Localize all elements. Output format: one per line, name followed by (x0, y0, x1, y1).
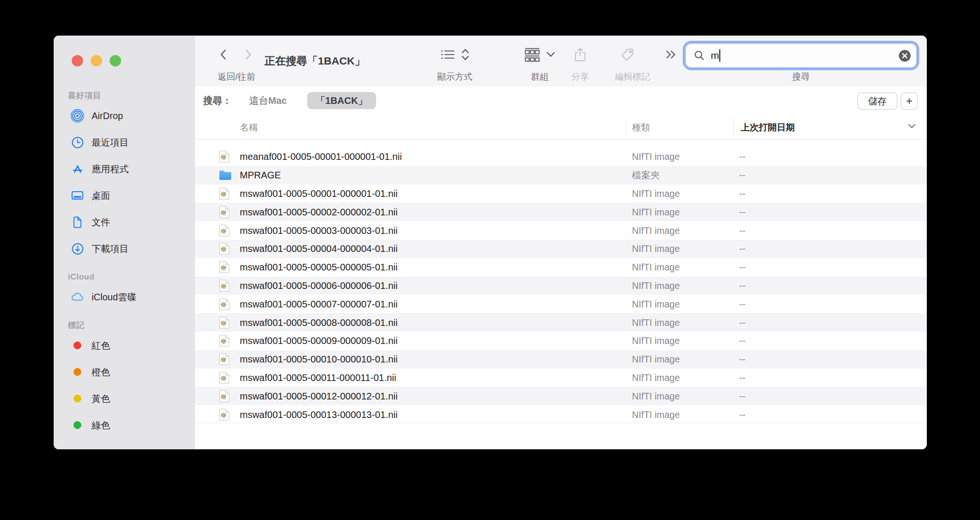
sidebar-item[interactable]: AirDrop (54, 102, 194, 129)
file-last-opened: -- (739, 151, 745, 162)
file-last-opened: -- (739, 335, 745, 346)
back-button[interactable] (217, 47, 229, 64)
file-name: mswaf001-0005-00013-000013-01.nii (240, 409, 397, 420)
file-last-opened: -- (739, 317, 745, 328)
add-criteria-button[interactable]: + (901, 93, 918, 110)
nifti-file-icon (219, 408, 230, 421)
scope-1back-selected[interactable]: 「1BACK」 (307, 92, 376, 109)
nifti-file-icon (219, 316, 230, 329)
file-row[interactable]: mswaf001-0005-00002-000002-01.niiNIfTI i… (195, 203, 927, 221)
minimize-button[interactable] (91, 55, 102, 66)
file-row[interactable]: mswaf001-0005-00009-000009-01.niiNIfTI i… (195, 332, 927, 350)
desktop-icon (70, 188, 85, 203)
file-kind: NIfTI image (632, 262, 680, 273)
main-area: 返回/往前 正在搜尋「1BACK」 顯示方式 群組 分享 編輯標記 m 搜尋 搜… (195, 36, 927, 449)
sidebar-item-label: 紅色 (85, 339, 110, 352)
file-row[interactable]: MPRAGE檔案夾-- (195, 166, 927, 185)
column-separator[interactable] (626, 119, 626, 136)
column-header-name[interactable]: 名稱 (240, 121, 258, 134)
list-view-icon[interactable] (440, 47, 455, 64)
file-last-opened: -- (739, 372, 745, 383)
file-row[interactable]: mswaf001-0005-00013-000013-01.niiNIfTI i… (195, 405, 927, 423)
file-row[interactable]: mswaf001-0005-00008-000008-01.niiNIfTI i… (195, 313, 927, 332)
sidebar-item[interactable]: 紅色 (54, 332, 194, 359)
search-input[interactable]: m (685, 43, 917, 68)
sidebar-item[interactable]: 下載項目 (54, 235, 194, 262)
nifti-file-icon (219, 187, 230, 200)
scope-prefix-label: 搜尋： (203, 94, 232, 107)
sidebar-item[interactable]: 橙色 (54, 359, 194, 385)
file-name: MPRAGE (240, 170, 281, 181)
sidebar-item-label: 黃色 (85, 392, 110, 405)
sidebar-item[interactable]: 文件 (54, 209, 194, 235)
sidebar-section-title: 喜好項目 (54, 89, 194, 102)
sidebar-item-label: 橙色 (85, 366, 110, 379)
file-row[interactable]: mswaf001-0005-00006-000006-01.niiNIfTI i… (195, 277, 927, 295)
sidebar-item[interactable]: iCloud雲碟 (54, 284, 194, 310)
tag-red-icon (70, 338, 85, 353)
file-row[interactable]: mswaf001-0005-00003-000003-01.niiNIfTI i… (195, 221, 927, 240)
search-scope-bar: 搜尋： 這台Mac 「1BACK」 儲存 + (195, 86, 927, 116)
sidebar-section-gap (54, 262, 194, 270)
column-separator[interactable] (733, 119, 734, 136)
file-name: mswaf001-0005-00002-000002-01.nii (240, 206, 397, 217)
clock-icon (70, 135, 85, 149)
close-button[interactable] (72, 55, 83, 66)
file-list: meanaf001-0005-00001-000001-01.niiNIfTI … (195, 148, 927, 423)
nifti-file-icon (219, 297, 230, 311)
file-name: mswaf001-0005-00003-000003-01.nii (240, 225, 397, 236)
file-last-opened: -- (739, 225, 745, 236)
nifti-file-icon (219, 150, 230, 163)
group-chevron-down-icon[interactable] (546, 51, 556, 60)
download-icon (70, 241, 85, 256)
sort-direction-chevron-icon[interactable] (907, 122, 917, 132)
scope-this-mac[interactable]: 這台Mac (249, 94, 287, 107)
file-row[interactable]: mswaf001-0005-00004-000004-01.niiNIfTI i… (195, 240, 927, 258)
file-last-opened: -- (739, 262, 745, 273)
file-row[interactable]: mswaf001-0005-00007-000007-01.niiNIfTI i… (195, 295, 927, 313)
view-label: 顯示方式 (437, 71, 472, 83)
file-name: mswaf001-0005-00006-000006-01.nii (240, 280, 397, 291)
file-row[interactable]: mswaf001-0005-00001-000001-01.niiNIfTI i… (195, 185, 927, 203)
file-name: mswaf001-0005-00005-000005-01.nii (240, 262, 397, 273)
appstore-icon (70, 162, 85, 176)
file-row[interactable]: mswaf001-0005-00010-000010-01.niiNIfTI i… (195, 350, 927, 369)
tag-icon (620, 47, 635, 64)
file-last-opened: -- (739, 170, 745, 181)
file-kind: NIfTI image (632, 354, 680, 365)
more-toolbar-items-icon[interactable] (665, 48, 677, 63)
file-name: mswaf001-0005-00012-000012-01.nii (240, 390, 397, 401)
file-kind: NIfTI image (632, 335, 680, 346)
sidebar-item[interactable]: 黃色 (54, 385, 194, 412)
file-last-opened: -- (739, 354, 745, 365)
sidebar-item[interactable]: 應用程式 (54, 156, 194, 182)
save-search-button[interactable]: 儲存 (858, 93, 897, 110)
sidebar: 喜好項目AirDrop最近項目應用程式桌面文件下載項目iCloudiCloud雲… (54, 36, 195, 449)
file-row[interactable]: mswaf001-0005-00005-000005-01.niiNIfTI i… (195, 258, 927, 277)
nifti-file-icon (219, 224, 230, 237)
group-icon[interactable] (524, 47, 540, 64)
search-value: m (711, 50, 719, 61)
file-row[interactable]: mswaf001-0005-00012-000012-01.niiNIfTI i… (195, 387, 927, 405)
column-header-kind[interactable]: 種類 (632, 121, 650, 134)
toolbar: 返回/往前 正在搜尋「1BACK」 顯示方式 群組 分享 編輯標記 m 搜尋 (195, 36, 927, 87)
window-title: 正在搜尋「1BACK」 (264, 54, 366, 68)
file-row[interactable]: mswaf001-0005-00011-000011-01.niiNIfTI i… (195, 369, 927, 387)
file-kind: NIfTI image (632, 298, 680, 309)
column-header-row: 名稱 種類 上次打開日期 (195, 115, 927, 139)
file-row[interactable]: meanaf001-0005-00001-000001-01.niiNIfTI … (195, 148, 927, 166)
column-header-last-opened[interactable]: 上次打開日期 (741, 121, 795, 134)
file-name: mswaf001-0005-00010-000010-01.nii (240, 354, 397, 365)
sidebar-item-label: 最近項目 (85, 136, 129, 149)
clear-search-button[interactable] (898, 49, 911, 62)
document-icon (70, 215, 85, 229)
sidebar-item[interactable]: 桌面 (54, 182, 194, 209)
sidebar-item[interactable]: 綠色 (54, 412, 194, 438)
view-chevrons-icon[interactable] (461, 47, 470, 64)
sidebar-item[interactable]: 最近項目 (54, 129, 194, 156)
sidebar-item-label: AirDrop (85, 111, 123, 121)
forward-button[interactable] (242, 47, 254, 64)
zoom-button[interactable] (110, 55, 121, 66)
sidebar-item-label: iCloud雲碟 (85, 291, 136, 304)
file-kind: NIfTI image (632, 390, 680, 401)
